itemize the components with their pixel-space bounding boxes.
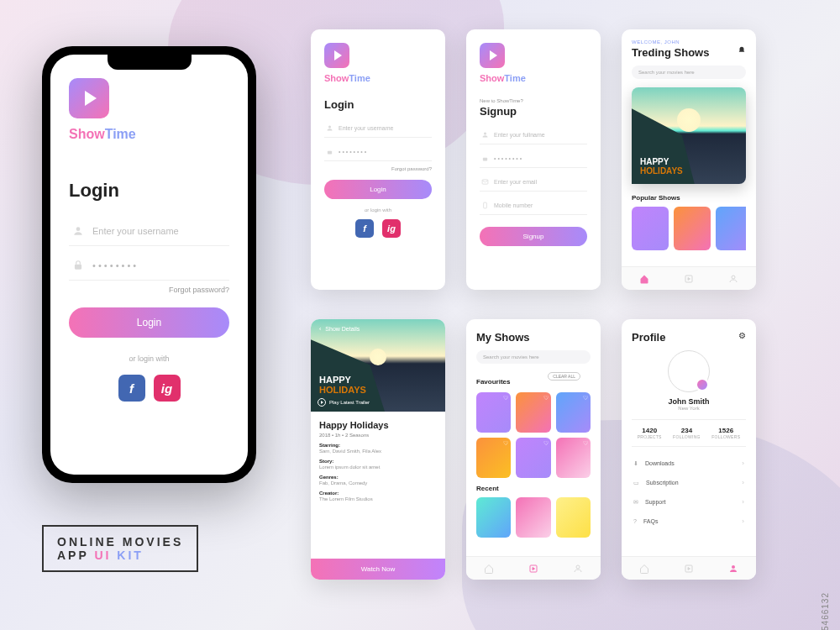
show-thumbnail[interactable] bbox=[516, 497, 550, 538]
show-thumbnail[interactable] bbox=[674, 207, 711, 250]
user-icon bbox=[481, 131, 489, 139]
facebook-login-button[interactable]: f bbox=[355, 219, 374, 238]
play-nav-icon[interactable] bbox=[684, 564, 694, 574]
show-thumbnail[interactable]: ♡ bbox=[476, 438, 511, 478]
creator-label: Creator: bbox=[319, 491, 437, 496]
show-thumbnail[interactable] bbox=[556, 497, 591, 538]
show-thumbnail[interactable] bbox=[632, 207, 669, 250]
password-input[interactable]: • • • • • • • • bbox=[324, 143, 432, 161]
search-input[interactable]: Search your movies here bbox=[476, 350, 591, 364]
show-thumbnail[interactable]: ♡ bbox=[516, 392, 550, 433]
password-input[interactable]: • • • • • • • • bbox=[69, 251, 229, 281]
chevron-right-icon: › bbox=[742, 479, 744, 486]
svg-point-4 bbox=[484, 133, 486, 135]
search-input[interactable]: Search your movies here bbox=[632, 66, 746, 79]
gear-icon[interactable]: ⚙ bbox=[738, 331, 746, 340]
heart-icon[interactable]: ♡ bbox=[503, 440, 508, 447]
login-button[interactable]: Login bbox=[324, 180, 432, 199]
show-thumbnail[interactable]: ♡ bbox=[556, 438, 591, 478]
profile-nav-icon[interactable] bbox=[728, 274, 738, 284]
clear-all-button[interactable]: CLEAR ALL bbox=[548, 372, 580, 381]
home-nav-icon[interactable] bbox=[639, 274, 649, 284]
signup-button[interactable]: Signup bbox=[480, 227, 587, 246]
profile-name: John Smith bbox=[632, 397, 746, 406]
lock-icon bbox=[326, 148, 333, 155]
watch-now-button[interactable]: Watch Now bbox=[311, 559, 445, 580]
show-title: Happy Holidays bbox=[319, 420, 437, 430]
menu-faqs[interactable]: ?FAQs› bbox=[632, 512, 746, 531]
stat-following: 234FOLLOWING bbox=[673, 427, 701, 439]
play-nav-icon[interactable] bbox=[528, 564, 538, 574]
trending-card: WELCOME, JOHN Treding Shows Search your … bbox=[622, 29, 756, 290]
welcome-label: WELCOME, JOHN bbox=[632, 39, 746, 45]
show-thumbnail[interactable]: ♡ bbox=[476, 392, 511, 433]
username-input[interactable]: Enter your username bbox=[69, 217, 229, 246]
username-input[interactable]: Enter your username bbox=[324, 119, 432, 138]
creator-value: The Lorem Film Studios bbox=[319, 496, 437, 501]
profile-nav-icon[interactable] bbox=[573, 564, 583, 574]
detail-hero-image: ‹Show Details HAPPYHOLIDAYS Play Latest … bbox=[311, 319, 445, 412]
heart-icon[interactable]: ♡ bbox=[583, 395, 588, 402]
heart-icon[interactable]: ♡ bbox=[503, 395, 508, 402]
menu-support[interactable]: ✉Support› bbox=[632, 492, 746, 512]
login-title: Login bbox=[69, 180, 229, 202]
bell-icon[interactable] bbox=[738, 46, 746, 55]
home-nav-icon[interactable] bbox=[484, 564, 494, 574]
menu-downloads[interactable]: ⬇Downloads› bbox=[632, 454, 746, 473]
profile-title: Profile bbox=[632, 331, 746, 344]
heart-icon[interactable]: ♡ bbox=[543, 395, 549, 402]
password-input[interactable]: • • • • • • • • bbox=[480, 150, 587, 168]
forgot-password-link[interactable]: Forgot password? bbox=[324, 166, 432, 171]
email-icon bbox=[481, 178, 489, 186]
login-button[interactable]: Login bbox=[69, 307, 229, 338]
mail-icon: ✉ bbox=[633, 499, 638, 505]
or-login-label: or login with bbox=[324, 207, 432, 213]
app-logo-icon bbox=[324, 43, 349, 68]
genres-label: Genres: bbox=[319, 475, 437, 480]
heart-icon[interactable]: ♡ bbox=[583, 440, 588, 447]
show-thumbnail[interactable]: ♡ bbox=[516, 438, 550, 478]
svg-rect-5 bbox=[483, 158, 487, 161]
play-trailer-button[interactable]: Play Latest Trailer bbox=[318, 398, 370, 407]
starring-label: Starring: bbox=[319, 443, 437, 448]
show-thumbnail[interactable]: ♡ bbox=[556, 392, 591, 433]
kit-title-line1: ONLINE MOVIES bbox=[57, 535, 183, 549]
svg-rect-3 bbox=[328, 151, 332, 155]
fullname-input[interactable]: Enter your fullname bbox=[480, 126, 587, 144]
download-icon: ⬇ bbox=[633, 460, 638, 466]
show-thumbnail[interactable] bbox=[476, 497, 511, 538]
back-button[interactable]: ‹Show Details bbox=[311, 319, 445, 339]
chevron-right-icon: › bbox=[742, 498, 744, 506]
instagram-login-button[interactable]: ig bbox=[382, 219, 401, 238]
play-nav-icon[interactable] bbox=[684, 274, 694, 284]
home-nav-icon[interactable] bbox=[639, 564, 649, 574]
menu-subscription[interactable]: ▭Subscription› bbox=[632, 473, 746, 492]
stat-projects: 1420PROJECTS bbox=[638, 427, 662, 439]
brand-name: ShowTime bbox=[324, 73, 432, 83]
favourites-label: Favourites bbox=[476, 378, 510, 386]
app-logo-icon bbox=[480, 43, 505, 68]
profile-card: Profile ⚙ John Smith New York 1420PROJEC… bbox=[622, 319, 756, 580]
popular-shows-label: Popular Shows bbox=[632, 194, 746, 202]
heart-icon[interactable]: ♡ bbox=[543, 440, 549, 447]
app-logo-icon bbox=[69, 78, 109, 118]
avatar[interactable] bbox=[668, 350, 710, 392]
facebook-login-button[interactable]: f bbox=[118, 375, 145, 402]
email-input[interactable]: Enter your email bbox=[480, 173, 587, 192]
signup-title: Signup bbox=[480, 105, 587, 118]
svg-point-13 bbox=[732, 565, 735, 569]
show-meta: 2018 • 1h • 2 Seasons bbox=[319, 433, 437, 438]
show-thumbnail[interactable] bbox=[716, 207, 746, 250]
forgot-password-link[interactable]: Forgot password? bbox=[69, 286, 229, 294]
kit-title-line2: APP UI KIT bbox=[57, 549, 183, 562]
login-title: Login bbox=[324, 98, 432, 111]
instagram-login-button[interactable]: ig bbox=[154, 375, 181, 402]
brand-name: ShowTime bbox=[480, 73, 587, 83]
login-screen: ShowTime Login Enter your username • • •… bbox=[50, 55, 248, 475]
svg-point-9 bbox=[732, 276, 735, 279]
hero-show-card[interactable]: HAPPYHOLIDAYS bbox=[632, 87, 746, 184]
svg-point-2 bbox=[328, 126, 331, 129]
mobile-input[interactable]: Mobile number bbox=[480, 197, 587, 215]
brand-name: ShowTime bbox=[69, 127, 229, 142]
profile-nav-icon[interactable] bbox=[728, 564, 738, 574]
